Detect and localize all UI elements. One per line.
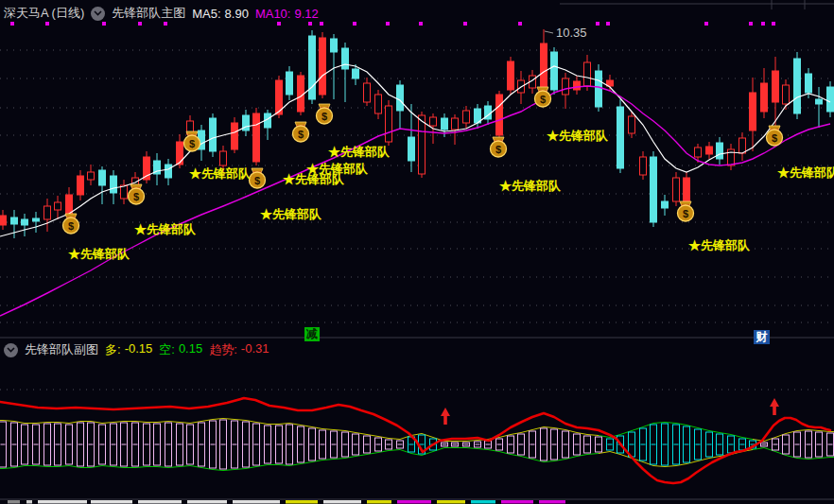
candle-body [783, 85, 790, 104]
pioneer-signal-label: ★先锋部队 [328, 145, 391, 159]
money-bag-dollar: $ [254, 175, 260, 186]
signal-dot [704, 22, 708, 26]
candle-body [88, 172, 95, 180]
candle-body [541, 43, 547, 90]
money-bag-dollar: $ [68, 220, 74, 232]
up-arrow-icon [770, 398, 779, 415]
candle-body [827, 87, 834, 112]
candle-body [806, 74, 812, 93]
candle-body [773, 71, 779, 102]
signal-dot [353, 22, 356, 26]
pioneer-signal-label: ★先锋部队 [134, 222, 197, 236]
chevron-down-icon[interactable] [91, 7, 105, 21]
candle-body [563, 78, 569, 95]
candle-body [55, 202, 61, 210]
candle-body [496, 95, 503, 135]
high-leader-line [545, 31, 553, 33]
money-bag-dollar: $ [772, 132, 777, 144]
chevron-down-icon[interactable] [4, 343, 18, 357]
signal-dot [772, 22, 775, 26]
candle-body [165, 165, 172, 178]
candle-body [33, 218, 40, 221]
candle-body [430, 117, 437, 126]
money-bag-dollar: $ [495, 144, 501, 155]
candle-body [232, 123, 238, 149]
candle-body [220, 151, 227, 165]
clipped-status-text [8, 500, 20, 504]
pioneer-signal-label: ★先锋部队 [499, 179, 562, 193]
candle-body [695, 148, 702, 157]
stock-app-window: 10.35$$$$$$$$$$★先锋部队★先锋部队★先锋部队★先锋部队★先锋部队… [0, 0, 834, 504]
wealth-signal-badge: 财 [754, 330, 770, 344]
main-chart-header: 深天马A (日线) 先锋部队主图 MA5: 8.90 MA10: 9.12 [4, 5, 319, 22]
candle-body [78, 176, 84, 195]
signal-dot [277, 22, 281, 26]
candle-body [584, 62, 591, 86]
candle-body [111, 176, 117, 193]
pioneer-signal-label: ★先锋部队 [306, 162, 369, 176]
signal-dot [596, 22, 599, 26]
candle-body [408, 137, 415, 161]
money-bag-dollar: $ [298, 129, 304, 140]
candle-body [353, 69, 359, 78]
candle-body [463, 111, 470, 123]
clipped-status-text [367, 500, 391, 504]
high-price-label: 10.35 [556, 26, 587, 40]
ma5-readout: MA5: 8.90 [192, 7, 249, 21]
clipped-status-text [397, 500, 431, 504]
pioneer-signal-label: ★先锋部队 [189, 166, 252, 181]
candle-body [551, 52, 558, 90]
chart-canvas[interactable]: 10.35$$$$$$$$$$★先锋部队★先锋部队★先锋部队★先锋部队★先锋部队… [0, 0, 834, 504]
candle-body [442, 118, 448, 130]
candle-body [0, 216, 7, 225]
signal-dot [10, 22, 14, 26]
candle-body [121, 185, 128, 199]
clipped-status-text [471, 500, 495, 504]
candle-body [629, 116, 635, 133]
candle-body [253, 113, 260, 162]
candle-body [386, 106, 392, 142]
bear-readout: 空: 0.15 [159, 341, 202, 358]
pioneer-signal-label: ★先锋部队 [777, 165, 834, 180]
candle-body [331, 39, 338, 52]
candle-body [739, 138, 746, 153]
clipped-status-text [323, 500, 361, 504]
candle-body [617, 107, 624, 168]
signal-dot [419, 22, 423, 26]
signal-dot [606, 22, 610, 26]
money-bag-dollar: $ [133, 191, 139, 202]
signal-dot [138, 22, 142, 26]
candle-body [684, 178, 690, 201]
candle-body [364, 83, 371, 102]
pioneer-signal-label: ★先锋部队 [688, 238, 751, 252]
signal-dot [320, 22, 323, 26]
candle-body [574, 81, 581, 90]
pioneer-signal-label: ★先锋部队 [260, 207, 322, 221]
candle-body [596, 71, 602, 107]
clipped-status-text [38, 500, 87, 504]
candle-body [210, 118, 217, 151]
signal-dot [102, 22, 106, 26]
signal-dot [308, 22, 312, 26]
money-bag-dollar: $ [683, 208, 688, 219]
clipped-status-text [233, 500, 280, 504]
clipped-status-text [501, 500, 533, 504]
stock-title: 深天马A (日线) [4, 5, 84, 22]
band-envelope [0, 448, 599, 471]
pioneer-signal-label: ★先锋部队 [68, 247, 130, 261]
sub-indicator-name: 先锋部队副图 [25, 341, 98, 358]
candle-body [22, 219, 28, 225]
candle-body [640, 157, 647, 175]
reduce-signal-badge: 减 [304, 327, 320, 341]
signal-dot [45, 22, 49, 26]
candle-body [320, 38, 326, 95]
candle-body [397, 85, 404, 111]
sub-chart-header: 先锋部队副图 多: -0.15 空: 0.15 趋势: -0.31 [4, 341, 269, 358]
candle-body [673, 178, 680, 201]
candle-body [298, 76, 304, 112]
pioneer-signal-label: ★先锋部队 [547, 129, 609, 143]
signal-dot [386, 22, 390, 26]
candle-body [99, 170, 106, 185]
up-arrow-icon [441, 408, 450, 425]
clipped-status-text [539, 500, 565, 504]
